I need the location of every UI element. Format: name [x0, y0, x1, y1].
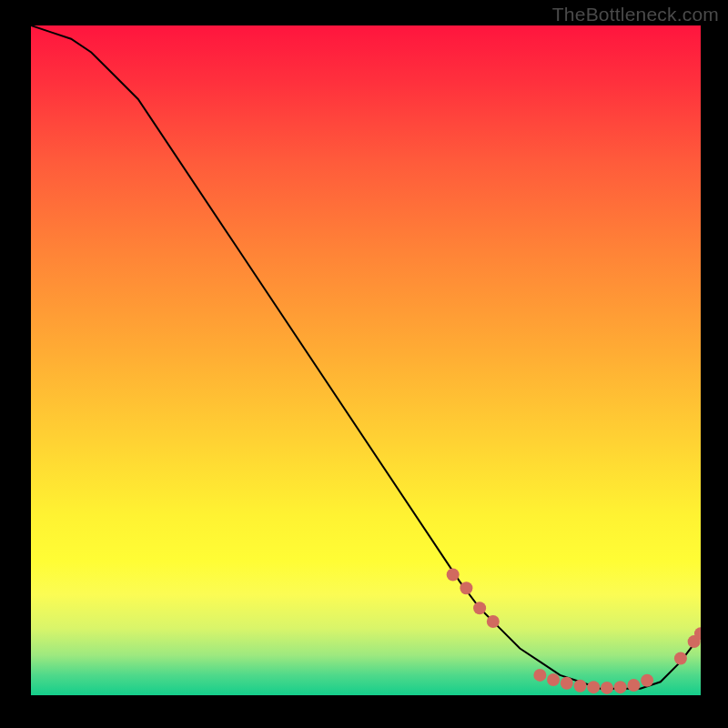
data-marker — [614, 681, 627, 693]
markers-group — [447, 569, 701, 694]
data-marker — [601, 682, 613, 694]
data-marker — [574, 680, 587, 693]
data-marker — [447, 569, 460, 581]
data-marker — [674, 652, 687, 665]
chart-container: TheBottleneck.com — [0, 0, 728, 728]
data-marker — [473, 602, 486, 614]
curve-path — [31, 25, 701, 689]
data-marker — [460, 581, 472, 594]
data-marker — [641, 674, 653, 687]
data-marker — [487, 615, 500, 628]
data-marker — [533, 669, 546, 682]
curve-path-group — [31, 25, 701, 689]
plot-overlay — [31, 25, 701, 695]
watermark-text: TheBottleneck.com — [552, 4, 719, 25]
data-marker — [627, 679, 640, 692]
data-marker — [587, 681, 600, 693]
data-marker — [561, 677, 573, 690]
data-marker — [547, 673, 560, 686]
